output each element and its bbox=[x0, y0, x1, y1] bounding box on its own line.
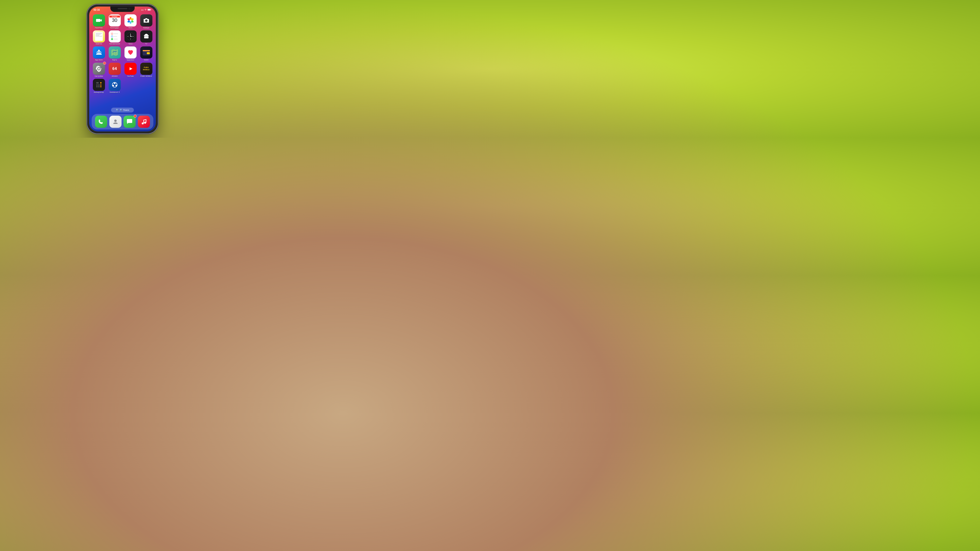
app-maps-label: Карты bbox=[112, 59, 117, 61]
svg-point-27 bbox=[148, 52, 149, 54]
dock: ! bbox=[92, 114, 153, 130]
phone-frame: 02:16 ●●● bbox=[87, 5, 158, 133]
app-calculator-label: Калькулятор bbox=[94, 91, 104, 93]
app-appstore-label: App Store bbox=[95, 59, 103, 61]
app-notes[interactable]: Заметки bbox=[92, 30, 106, 45]
app-youtube-label: YouTube bbox=[127, 75, 134, 77]
app-grid: FaceTime Четверг 30 Календарь bbox=[92, 13, 153, 95]
app-maps[interactable]: Карты bbox=[107, 46, 122, 61]
status-time: 02:16 bbox=[94, 8, 100, 11]
svg-point-38 bbox=[96, 86, 97, 87]
wifi-icon bbox=[144, 9, 147, 11]
app-facetime[interactable]: FaceTime bbox=[92, 14, 106, 29]
phone-screen: 02:16 ●●● bbox=[89, 6, 156, 132]
messages-badge: ! bbox=[134, 115, 137, 118]
settings-badge: 3 bbox=[103, 62, 106, 65]
dock-messages[interactable]: ! bbox=[124, 116, 135, 128]
app-wallet-label: Wallet bbox=[144, 59, 148, 61]
app-appstore[interactable]: App Store bbox=[92, 46, 106, 61]
app-photos[interactable]: Фото bbox=[123, 14, 138, 29]
app-settings-label: Настройки bbox=[95, 75, 103, 77]
svg-point-45 bbox=[114, 119, 117, 122]
svg-point-43 bbox=[115, 85, 117, 86]
svg-rect-2 bbox=[151, 10, 151, 10]
dock-phone[interactable] bbox=[95, 116, 107, 128]
search-icon: 🔍 bbox=[116, 109, 119, 111]
svg-point-39 bbox=[98, 86, 99, 87]
svg-point-20 bbox=[130, 36, 131, 37]
app-notes-label: Заметки bbox=[95, 43, 102, 45]
app-aida64[interactable]: 64 AIDA64 bbox=[107, 63, 122, 77]
app-health[interactable]: Здоровье bbox=[123, 46, 138, 61]
app-reminders[interactable]: ✓ Напоминания bbox=[107, 30, 122, 45]
search-label: 🔍 Поиск bbox=[120, 109, 129, 111]
app-camera-label: Камера bbox=[143, 27, 149, 29]
app-youtube[interactable]: YouTube bbox=[123, 63, 138, 77]
app-wallet[interactable]: Wallet bbox=[139, 46, 153, 61]
app-geekbench[interactable]: Geekbench 5 bbox=[107, 79, 122, 93]
svg-point-35 bbox=[96, 84, 97, 86]
app-calculator[interactable]: Калькулятор bbox=[92, 79, 106, 93]
dock-contacts[interactable] bbox=[110, 116, 121, 128]
app-calendar[interactable]: Четверг 30 Календарь bbox=[107, 14, 122, 29]
app-clock-label: Часы bbox=[128, 43, 132, 45]
app-settings[interactable]: 3 Настройки bbox=[92, 63, 106, 77]
front-camera bbox=[128, 8, 130, 10]
app-geekbench-label: Geekbench 5 bbox=[110, 91, 120, 93]
app-pubg[interactable]: PUBGMOBILE PUBG MOBILE bbox=[139, 63, 153, 77]
app-camera[interactable]: Камера bbox=[139, 14, 153, 29]
svg-rect-1 bbox=[148, 9, 150, 10]
svg-point-36 bbox=[98, 84, 99, 86]
svg-point-9 bbox=[130, 19, 132, 21]
svg-point-34 bbox=[100, 82, 102, 84]
dock-music[interactable] bbox=[138, 116, 150, 128]
app-reminders-label: Напоминания bbox=[109, 43, 120, 45]
app-appletv[interactable]: TV bbox=[139, 30, 153, 45]
svg-point-37 bbox=[100, 84, 101, 86]
svg-point-42 bbox=[114, 83, 115, 84]
status-icons: ●●● bbox=[141, 9, 151, 11]
app-clock[interactable]: Часы bbox=[123, 30, 138, 45]
app-health-label: Здоровье bbox=[127, 59, 134, 61]
svg-point-11 bbox=[146, 20, 147, 21]
app-facetime-label: FaceTime bbox=[95, 27, 103, 29]
signal-icon: ●●● bbox=[141, 9, 144, 11]
app-calendar-label: Календарь bbox=[110, 27, 119, 29]
calendar-day: 30 bbox=[112, 17, 117, 23]
app-pubg-label: PUBG MOBILE bbox=[140, 75, 152, 77]
calendar-month: Четверг bbox=[110, 16, 120, 17]
app-appletv-label: TV bbox=[145, 43, 147, 45]
speaker bbox=[118, 8, 127, 9]
svg-rect-33 bbox=[96, 82, 99, 84]
svg-point-44 bbox=[113, 85, 114, 86]
svg-rect-21 bbox=[144, 36, 148, 38]
svg-rect-25 bbox=[143, 50, 150, 51]
battery-icon bbox=[148, 9, 151, 11]
app-aida64-label: AIDA64 bbox=[111, 75, 118, 77]
app-photos-label: Фото bbox=[128, 27, 132, 29]
svg-point-40 bbox=[100, 86, 101, 87]
search-pill[interactable]: 🔍 🔍 Поиск bbox=[111, 108, 134, 113]
notch bbox=[110, 6, 135, 12]
